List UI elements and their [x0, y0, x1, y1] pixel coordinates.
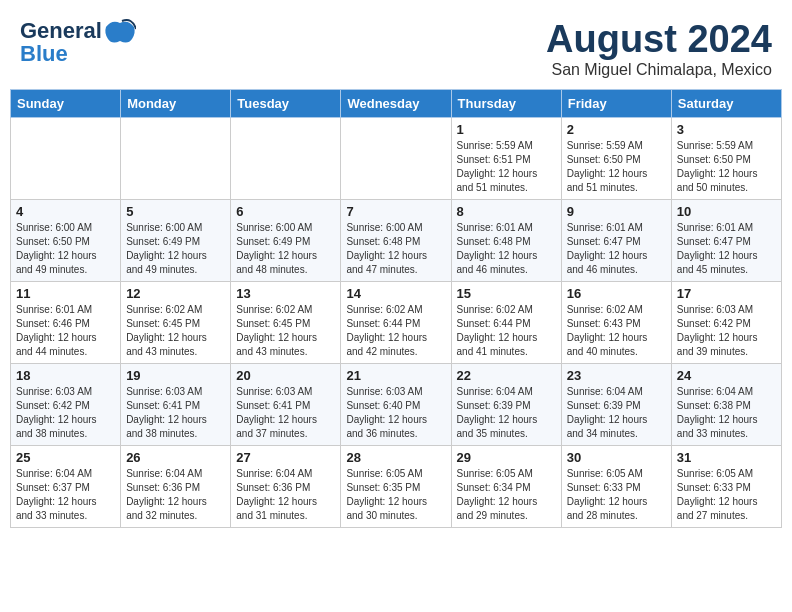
- calendar-cell: 23Sunrise: 6:04 AM Sunset: 6:39 PM Dayli…: [561, 364, 671, 446]
- day-info: Sunrise: 6:04 AM Sunset: 6:39 PM Dayligh…: [567, 385, 666, 441]
- day-info: Sunrise: 6:02 AM Sunset: 6:44 PM Dayligh…: [346, 303, 445, 359]
- calendar-week-row: 11Sunrise: 6:01 AM Sunset: 6:46 PM Dayli…: [11, 282, 782, 364]
- month-title: August 2024: [546, 18, 772, 61]
- day-of-week-header: Friday: [561, 90, 671, 118]
- day-number: 9: [567, 204, 666, 219]
- day-info: Sunrise: 6:02 AM Sunset: 6:43 PM Dayligh…: [567, 303, 666, 359]
- day-info: Sunrise: 6:05 AM Sunset: 6:34 PM Dayligh…: [457, 467, 556, 523]
- day-info: Sunrise: 6:02 AM Sunset: 6:44 PM Dayligh…: [457, 303, 556, 359]
- day-of-week-header: Monday: [121, 90, 231, 118]
- logo-icon: [104, 19, 136, 45]
- day-number: 3: [677, 122, 776, 137]
- day-number: 8: [457, 204, 556, 219]
- day-number: 12: [126, 286, 225, 301]
- calendar-cell: 8Sunrise: 6:01 AM Sunset: 6:48 PM Daylig…: [451, 200, 561, 282]
- day-number: 23: [567, 368, 666, 383]
- calendar-cell: 9Sunrise: 6:01 AM Sunset: 6:47 PM Daylig…: [561, 200, 671, 282]
- day-info: Sunrise: 5:59 AM Sunset: 6:50 PM Dayligh…: [567, 139, 666, 195]
- day-number: 14: [346, 286, 445, 301]
- calendar-cell: 3Sunrise: 5:59 AM Sunset: 6:50 PM Daylig…: [671, 118, 781, 200]
- day-of-week-header: Tuesday: [231, 90, 341, 118]
- calendar-cell: 17Sunrise: 6:03 AM Sunset: 6:42 PM Dayli…: [671, 282, 781, 364]
- calendar-cell: 1Sunrise: 5:59 AM Sunset: 6:51 PM Daylig…: [451, 118, 561, 200]
- calendar-cell: 15Sunrise: 6:02 AM Sunset: 6:44 PM Dayli…: [451, 282, 561, 364]
- calendar-week-row: 25Sunrise: 6:04 AM Sunset: 6:37 PM Dayli…: [11, 446, 782, 528]
- day-info: Sunrise: 6:04 AM Sunset: 6:39 PM Dayligh…: [457, 385, 556, 441]
- days-of-week-row: SundayMondayTuesdayWednesdayThursdayFrid…: [11, 90, 782, 118]
- day-number: 16: [567, 286, 666, 301]
- day-number: 5: [126, 204, 225, 219]
- day-number: 1: [457, 122, 556, 137]
- day-info: Sunrise: 6:04 AM Sunset: 6:36 PM Dayligh…: [126, 467, 225, 523]
- calendar-week-row: 18Sunrise: 6:03 AM Sunset: 6:42 PM Dayli…: [11, 364, 782, 446]
- day-info: Sunrise: 6:03 AM Sunset: 6:40 PM Dayligh…: [346, 385, 445, 441]
- day-number: 2: [567, 122, 666, 137]
- calendar-cell: 2Sunrise: 5:59 AM Sunset: 6:50 PM Daylig…: [561, 118, 671, 200]
- calendar-cell: 21Sunrise: 6:03 AM Sunset: 6:40 PM Dayli…: [341, 364, 451, 446]
- day-info: Sunrise: 6:02 AM Sunset: 6:45 PM Dayligh…: [126, 303, 225, 359]
- day-number: 11: [16, 286, 115, 301]
- calendar-cell: [231, 118, 341, 200]
- calendar-cell: 11Sunrise: 6:01 AM Sunset: 6:46 PM Dayli…: [11, 282, 121, 364]
- day-number: 6: [236, 204, 335, 219]
- calendar-cell: 28Sunrise: 6:05 AM Sunset: 6:35 PM Dayli…: [341, 446, 451, 528]
- day-info: Sunrise: 6:00 AM Sunset: 6:49 PM Dayligh…: [126, 221, 225, 277]
- day-number: 31: [677, 450, 776, 465]
- calendar-cell: 26Sunrise: 6:04 AM Sunset: 6:36 PM Dayli…: [121, 446, 231, 528]
- calendar-cell: 30Sunrise: 6:05 AM Sunset: 6:33 PM Dayli…: [561, 446, 671, 528]
- calendar-cell: 12Sunrise: 6:02 AM Sunset: 6:45 PM Dayli…: [121, 282, 231, 364]
- day-of-week-header: Saturday: [671, 90, 781, 118]
- day-info: Sunrise: 5:59 AM Sunset: 6:50 PM Dayligh…: [677, 139, 776, 195]
- calendar-cell: 29Sunrise: 6:05 AM Sunset: 6:34 PM Dayli…: [451, 446, 561, 528]
- calendar-cell: 14Sunrise: 6:02 AM Sunset: 6:44 PM Dayli…: [341, 282, 451, 364]
- day-info: Sunrise: 6:00 AM Sunset: 6:49 PM Dayligh…: [236, 221, 335, 277]
- title-block: August 2024 San Miguel Chimalapa, Mexico: [546, 18, 772, 79]
- day-number: 27: [236, 450, 335, 465]
- calendar-cell: 7Sunrise: 6:00 AM Sunset: 6:48 PM Daylig…: [341, 200, 451, 282]
- day-number: 26: [126, 450, 225, 465]
- day-number: 22: [457, 368, 556, 383]
- calendar-cell: [341, 118, 451, 200]
- calendar-cell: 27Sunrise: 6:04 AM Sunset: 6:36 PM Dayli…: [231, 446, 341, 528]
- day-number: 10: [677, 204, 776, 219]
- calendar-cell: 6Sunrise: 6:00 AM Sunset: 6:49 PM Daylig…: [231, 200, 341, 282]
- day-info: Sunrise: 6:03 AM Sunset: 6:41 PM Dayligh…: [236, 385, 335, 441]
- calendar-cell: 19Sunrise: 6:03 AM Sunset: 6:41 PM Dayli…: [121, 364, 231, 446]
- calendar-cell: 10Sunrise: 6:01 AM Sunset: 6:47 PM Dayli…: [671, 200, 781, 282]
- day-info: Sunrise: 6:03 AM Sunset: 6:42 PM Dayligh…: [16, 385, 115, 441]
- day-info: Sunrise: 6:00 AM Sunset: 6:48 PM Dayligh…: [346, 221, 445, 277]
- day-of-week-header: Sunday: [11, 90, 121, 118]
- day-number: 21: [346, 368, 445, 383]
- calendar-week-row: 4Sunrise: 6:00 AM Sunset: 6:50 PM Daylig…: [11, 200, 782, 282]
- day-of-week-header: Wednesday: [341, 90, 451, 118]
- day-number: 25: [16, 450, 115, 465]
- day-number: 15: [457, 286, 556, 301]
- page-header: General Blue August 2024 San Miguel Chim…: [0, 0, 792, 89]
- day-number: 17: [677, 286, 776, 301]
- calendar-cell: 31Sunrise: 6:05 AM Sunset: 6:33 PM Dayli…: [671, 446, 781, 528]
- location: San Miguel Chimalapa, Mexico: [546, 61, 772, 79]
- day-number: 18: [16, 368, 115, 383]
- calendar-cell: 5Sunrise: 6:00 AM Sunset: 6:49 PM Daylig…: [121, 200, 231, 282]
- day-of-week-header: Thursday: [451, 90, 561, 118]
- day-number: 13: [236, 286, 335, 301]
- calendar-cell: 22Sunrise: 6:04 AM Sunset: 6:39 PM Dayli…: [451, 364, 561, 446]
- day-number: 28: [346, 450, 445, 465]
- day-info: Sunrise: 6:03 AM Sunset: 6:41 PM Dayligh…: [126, 385, 225, 441]
- calendar-cell: [121, 118, 231, 200]
- day-info: Sunrise: 6:01 AM Sunset: 6:47 PM Dayligh…: [677, 221, 776, 277]
- calendar-cell: 20Sunrise: 6:03 AM Sunset: 6:41 PM Dayli…: [231, 364, 341, 446]
- day-info: Sunrise: 5:59 AM Sunset: 6:51 PM Dayligh…: [457, 139, 556, 195]
- day-info: Sunrise: 6:00 AM Sunset: 6:50 PM Dayligh…: [16, 221, 115, 277]
- logo: General Blue: [20, 18, 138, 67]
- calendar-cell: 18Sunrise: 6:03 AM Sunset: 6:42 PM Dayli…: [11, 364, 121, 446]
- day-info: Sunrise: 6:03 AM Sunset: 6:42 PM Dayligh…: [677, 303, 776, 359]
- calendar-body: 1Sunrise: 5:59 AM Sunset: 6:51 PM Daylig…: [11, 118, 782, 528]
- day-info: Sunrise: 6:05 AM Sunset: 6:33 PM Dayligh…: [567, 467, 666, 523]
- day-info: Sunrise: 6:01 AM Sunset: 6:46 PM Dayligh…: [16, 303, 115, 359]
- day-number: 24: [677, 368, 776, 383]
- day-number: 19: [126, 368, 225, 383]
- day-info: Sunrise: 6:01 AM Sunset: 6:47 PM Dayligh…: [567, 221, 666, 277]
- day-number: 29: [457, 450, 556, 465]
- calendar-cell: 16Sunrise: 6:02 AM Sunset: 6:43 PM Dayli…: [561, 282, 671, 364]
